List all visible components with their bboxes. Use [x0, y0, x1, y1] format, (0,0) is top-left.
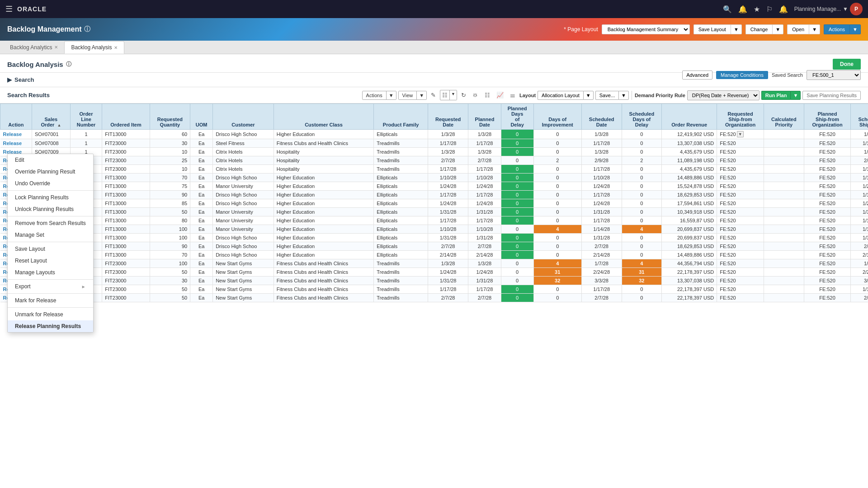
hamburger-menu-icon[interactable]: ☰	[5, 4, 13, 14]
context-menu-item-reset-layout[interactable]: Reset Layout	[8, 255, 93, 267]
cell-uom: Ea	[190, 130, 213, 139]
saved-search-select[interactable]: FE:500_1	[807, 70, 861, 80]
refresh-icon[interactable]: ↻	[459, 90, 468, 100]
cell-uom: Ea	[190, 191, 213, 199]
user-menu[interactable]: Planning Manage... ▼ P	[794, 3, 863, 15]
run-plan-dropdown-caret[interactable]: ▼	[790, 91, 801, 100]
col-header-plan-date[interactable]: PlannedDate	[468, 104, 501, 130]
open-button[interactable]: Open	[787, 24, 809, 34]
context-menu-item-export[interactable]: Export►	[8, 281, 93, 292]
col-header-line[interactable]: OrderLineNumber	[70, 104, 102, 130]
context-menu-item-manage-layouts[interactable]: Manage Layouts	[8, 267, 93, 278]
layout-select-caret[interactable]: ▼	[583, 91, 594, 100]
page-title-help-icon[interactable]: ⓘ	[84, 25, 90, 33]
col-header-family[interactable]: Product Family	[374, 104, 428, 130]
col-header-revenue[interactable]: Order Revenue	[662, 104, 717, 130]
tab-backlog-analytics-close-icon[interactable]: ✕	[54, 45, 58, 50]
cell-improvement: 0	[533, 285, 581, 294]
cell-family: Ellipticals	[374, 208, 428, 216]
context-menu-item-save-layout[interactable]: Save Layout	[8, 243, 93, 255]
advanced-button[interactable]: Advanced	[682, 70, 712, 80]
cell-improvement: 0	[533, 251, 581, 259]
search-toggle[interactable]: ▶ Search	[7, 76, 34, 83]
col-header-customer[interactable]: Customer	[213, 104, 274, 130]
grid-icon[interactable]: ☷	[440, 90, 449, 100]
actions-header-dropdown-button[interactable]: ▼	[849, 24, 861, 34]
context-menu-item-unlock-planning-results[interactable]: Unlock Planning Results	[8, 203, 93, 215]
filter-icon[interactable]: ⛭	[470, 90, 481, 100]
search-icon[interactable]: 🔍	[723, 5, 732, 14]
cell-improvement: 0	[533, 165, 581, 174]
page-layout-select[interactable]: Backlog Management Summary	[602, 24, 690, 34]
actions-dropdown-caret[interactable]: ▼	[386, 91, 396, 99]
change-button[interactable]: Change	[745, 24, 773, 34]
col-header-class[interactable]: Customer Class	[274, 104, 374, 130]
flag-icon[interactable]: ⚐	[766, 5, 773, 14]
tab-backlog-analytics[interactable]: Backlog Analytics ✕	[4, 42, 64, 53]
context-menu-item-edit[interactable]: Edit	[8, 154, 93, 166]
open-dropdown-button[interactable]: ▼	[809, 24, 820, 34]
change-dropdown-button[interactable]: ▼	[772, 24, 783, 34]
user-avatar: P	[850, 3, 863, 15]
actions-dropdown-button[interactable]: Actions	[363, 91, 386, 99]
tab-backlog-analysis[interactable]: Backlog Analysis ✕	[64, 41, 124, 54]
context-menu-item-release-planning-results[interactable]: Release Planning Results	[8, 320, 93, 332]
cell-calc-priority	[764, 130, 804, 139]
cell-sched-ship: 1/17/28	[851, 285, 868, 294]
cell-class: Higher Education	[274, 242, 374, 251]
view-dropdown-caret[interactable]: ▼	[416, 91, 426, 99]
split-icon[interactable]: ⚌	[508, 90, 518, 100]
cell-improvement: 32	[533, 277, 581, 285]
save-planning-results-button[interactable]: Save Planning Results	[802, 91, 861, 100]
context-menu-item-unmark-for-release[interactable]: Unmark for Release	[8, 309, 93, 320]
cell-plan-date: 1/10/28	[468, 174, 501, 182]
cell-sched-ship: 1/17/28	[851, 139, 868, 148]
tab-backlog-analysis-close-icon[interactable]: ✕	[114, 45, 118, 50]
grid-dropdown-caret[interactable]: ▼	[449, 90, 457, 100]
demand-priority-rule-select[interactable]: DP(Req Date + Revenue)	[687, 90, 760, 100]
done-button[interactable]: Done	[833, 59, 861, 70]
cell-sched-days: 0	[622, 251, 662, 259]
context-menu-item-lock-planning-results[interactable]: Lock Planning Results	[8, 192, 93, 203]
cell-item: FIT23000	[102, 139, 150, 148]
col-header-sched-days[interactable]: ScheduledDays ofDelay	[622, 104, 662, 130]
star-icon[interactable]: ★	[754, 5, 760, 14]
save-layout-button[interactable]: Save Layout	[693, 24, 731, 34]
layout-select-button[interactable]: Allocation Layout	[538, 91, 583, 100]
cell-calc-priority	[764, 182, 804, 191]
col-header-sched-ship[interactable]: ScheduledShip Date	[851, 104, 868, 130]
table-icon[interactable]: ☷	[482, 90, 492, 100]
col-header-so[interactable]: SalesOrder ▲	[32, 104, 70, 130]
col-header-sched-date[interactable]: ScheduledDate	[581, 104, 622, 130]
analysis-help-icon[interactable]: ⓘ	[66, 61, 71, 68]
context-menu-item-override-planning-result[interactable]: Override Planning Result	[8, 166, 93, 178]
col-header-uom[interactable]: UOM	[190, 104, 213, 130]
cell-req-ship: FE:520	[717, 259, 764, 268]
context-menu-item-mark-for-release[interactable]: Mark for Release	[8, 295, 93, 306]
run-plan-button[interactable]: Run Plan	[761, 91, 791, 100]
col-header-qty[interactable]: RequestedQuantity	[150, 104, 190, 130]
edit-icon[interactable]: ✎	[429, 90, 438, 100]
col-header-plan-ship[interactable]: PlannedShip-fromOrganization	[804, 104, 851, 130]
col-header-item[interactable]: Ordered Item	[102, 104, 150, 130]
bell-icon[interactable]: 🔔	[738, 5, 747, 14]
save-dropdown-caret[interactable]: ▼	[618, 91, 629, 100]
cell-item: FIT13000	[102, 130, 150, 139]
save-button[interactable]: Save...	[595, 91, 618, 100]
col-header-improvement[interactable]: Days ofImprovement	[533, 104, 581, 130]
context-menu-item-manage-set[interactable]: Manage Set	[8, 229, 93, 241]
save-layout-dropdown-button[interactable]: ▼	[731, 24, 742, 34]
chart-icon[interactable]: 📈	[494, 90, 506, 100]
col-header-req-ship[interactable]: RequestedShip-fromOrganization	[717, 104, 764, 130]
cell-plan-date: 1/17/28	[468, 285, 501, 294]
context-menu-item-undo-override[interactable]: Undo Override	[8, 178, 93, 189]
actions-header-button[interactable]: Actions	[824, 24, 849, 34]
view-button[interactable]: View	[399, 91, 417, 99]
cell-class: Higher Education	[274, 191, 374, 199]
notification-icon[interactable]: 🔔	[779, 5, 788, 14]
context-menu-item-remove-from-search-results[interactable]: Remove from Search Results	[8, 217, 93, 229]
col-header-req-date[interactable]: RequestedDate	[428, 104, 468, 130]
col-header-calc-priority[interactable]: CalculatedPriority	[764, 104, 804, 130]
col-header-days-delay[interactable]: PlannedDaysofDelay	[501, 104, 533, 130]
manage-conditions-button[interactable]: Manage Conditions	[716, 71, 768, 79]
